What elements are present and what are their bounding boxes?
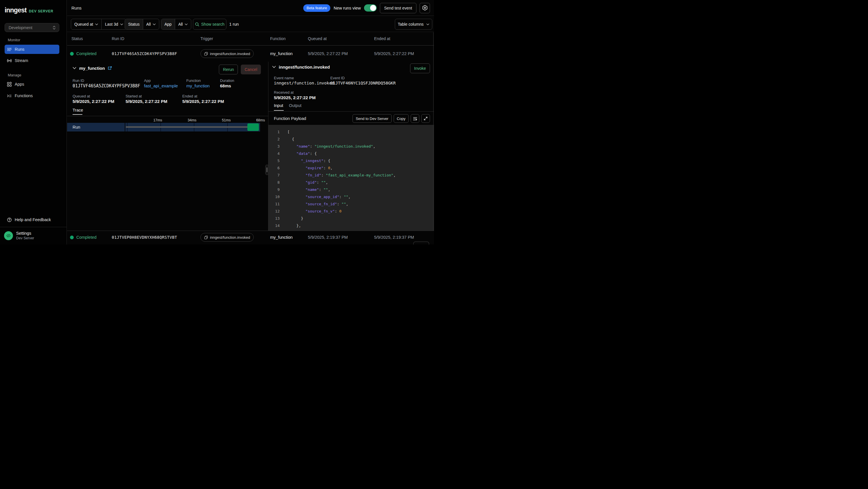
code-line: 7 "fn_id": "fast_api_example-my_function… [269, 172, 434, 179]
send-to-dev-server-button[interactable]: Send to Dev Server [352, 114, 392, 123]
help-label: Help and Feedback [15, 218, 51, 222]
tick-label: 68ms [248, 118, 265, 122]
help-icon [7, 218, 12, 222]
logo: inngest DEV SERVER [5, 6, 53, 14]
new-runs-view-toggle[interactable] [364, 4, 377, 11]
external-link-icon[interactable] [108, 66, 112, 70]
col-trigger: Trigger [200, 36, 213, 41]
run-count: 1 run [229, 22, 239, 27]
partially-visible-button[interactable] [413, 241, 429, 244]
trigger-name: inngest/function.invoked [210, 52, 250, 56]
send-test-event-button[interactable]: Send test event [380, 3, 416, 13]
settings-subtitle: Dev Server [16, 236, 34, 240]
function-link[interactable]: my_function [186, 83, 210, 88]
function-cell: my_function [270, 230, 292, 244]
status-badge: Completed [76, 235, 96, 239]
app-filter-value[interactable]: All [175, 19, 191, 29]
sidebar-item-label: Runs [15, 47, 25, 52]
copy-button[interactable]: Copy [394, 114, 409, 123]
panel-resize-handle[interactable] [265, 165, 269, 175]
beta-feature-badge: Beta feature [303, 4, 331, 12]
line-number: 8 [269, 179, 280, 186]
tab-input[interactable]: Input [274, 103, 283, 111]
trigger-event-pill[interactable]: inngest/function.invoked [200, 233, 254, 241]
code-text: "data": { [280, 150, 317, 157]
expand-icon [424, 116, 428, 120]
expanded-run-content: my_function Rerun Cancel Run ID 01JTVF46… [67, 62, 434, 231]
queued-at-filter[interactable]: Queued at [71, 19, 101, 29]
rerun-button[interactable]: Rerun [219, 65, 238, 75]
status-filter-label: Status [125, 19, 143, 29]
line-number: 1 [269, 128, 280, 136]
tab-output[interactable]: Output [289, 103, 302, 111]
cancel-button[interactable]: Cancel [241, 65, 261, 75]
col-ended-at: Ended at [374, 36, 390, 41]
run-id-cell: 01JTVF46SA5ZCDK4YPFSPV3B8F [112, 46, 177, 62]
function-payload-title: Function Payload [274, 116, 306, 121]
time-range-filter[interactable]: Last 3d [101, 19, 126, 29]
table-columns-button[interactable]: Table columns [395, 19, 432, 30]
trigger-event-pill[interactable]: inngest/function.invoked [200, 49, 254, 58]
queued-at-label: Queued at [72, 94, 90, 98]
run-id-label: Run ID [72, 79, 84, 83]
line-number: 3 [269, 143, 280, 150]
line-number: 4 [269, 150, 280, 157]
scrollbar-track[interactable] [433, 32, 434, 231]
word-wrap-icon [413, 117, 417, 120]
trace-timeline [125, 123, 260, 132]
table-row[interactable]: Completed 01JTVEP0H8EVDNYXH68QRSTVBT inn… [67, 231, 434, 244]
toggle-knob [370, 5, 376, 11]
code-line: 14 }, [269, 222, 434, 229]
table-row[interactable]: Completed 01JTVF46SA5ZCDK4YPFSPV3B8F inn… [67, 46, 434, 62]
event-id-value: 01JTVF46NYC1QSFJDNRDQ58GKR [330, 81, 396, 85]
sidebar-item-apps[interactable]: Apps [5, 80, 59, 89]
apps-icon [7, 82, 12, 87]
runs-table-header: Status Run ID Trigger Function Queued at… [67, 32, 434, 46]
queued-at-label: Queued at [74, 22, 93, 27]
ended-at-cell: 5/9/2025, 2:27:22 PM [374, 46, 414, 62]
page-title: Runs [71, 5, 82, 10]
app-link[interactable]: fast_api_example [144, 83, 178, 88]
code-line: 11 "source_fn_id": "", [269, 200, 434, 208]
line-number: 9 [269, 186, 280, 193]
word-wrap-button[interactable] [411, 114, 419, 123]
code-line: 4 "data": { [269, 150, 434, 157]
tick-label: 17ms [145, 118, 162, 122]
settings-gear-button[interactable] [420, 3, 430, 13]
sidebar-item-label: Apps [15, 82, 24, 86]
code-text: } [280, 215, 303, 222]
trace-wait-segment [126, 126, 247, 128]
sidebar-item-functions[interactable]: Functions [5, 91, 59, 100]
help-and-feedback[interactable]: Help and Feedback [5, 215, 62, 224]
collapse-chevron-icon[interactable] [272, 66, 276, 68]
stream-icon [7, 58, 12, 63]
show-search-button[interactable]: Show search [193, 19, 226, 30]
duration-label: Duration [220, 79, 234, 83]
status-cell: Completed [70, 46, 96, 62]
code-line: 2 { [269, 136, 434, 143]
invoke-button[interactable]: Invoke [410, 63, 430, 73]
payload-code-editor[interactable]: 1[2 {3 "name": "inngest/function.invoked… [269, 125, 434, 231]
line-number: 14 [269, 222, 280, 229]
settings-label: Settings [16, 231, 34, 235]
received-at-label: Received at [274, 90, 294, 94]
environment-select[interactable]: Development [5, 23, 59, 32]
run-id-value: 01JTVF46SA5ZCDK4YPFSPV3B8F [72, 83, 140, 88]
code-text: "_inngest": { [280, 157, 330, 164]
status-filter-value[interactable]: All [143, 19, 159, 29]
sidebar-item-runs[interactable]: Runs [5, 45, 59, 54]
sidebar-item-stream[interactable]: Stream [5, 56, 59, 65]
code-text: "source_fn_v": 0 [280, 208, 342, 215]
expand-button[interactable] [421, 114, 430, 123]
col-status: Status [71, 36, 83, 41]
line-number: 6 [269, 164, 280, 172]
event-icon [204, 52, 208, 56]
queued-at-cell: 5/9/2025, 2:19:37 PM [308, 230, 348, 244]
collapse-chevron-icon[interactable] [72, 67, 76, 69]
trace-run-row[interactable]: Run [67, 123, 268, 132]
tab-trace[interactable]: Trace [72, 108, 83, 115]
code-text: "expire": 0, [280, 164, 333, 172]
received-at-value: 5/9/2025, 2:27:22 PM [274, 95, 316, 100]
topbar: Runs Beta feature New runs view Send tes… [67, 0, 434, 16]
settings-entry[interactable]: Settings Dev Server [4, 231, 34, 240]
